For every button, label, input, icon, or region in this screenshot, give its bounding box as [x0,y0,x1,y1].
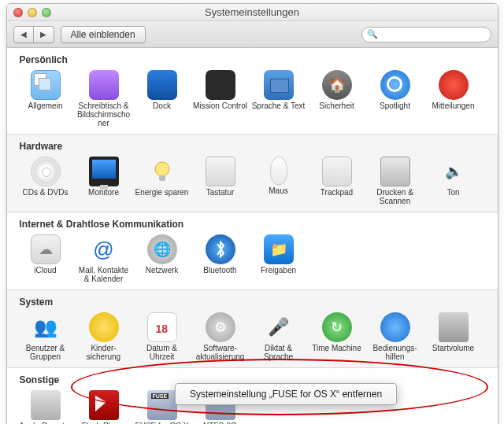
nav-buttons: ◀ ▶ [13,26,54,43]
parental-icon [89,312,119,342]
speaker-icon: 🔈 [439,157,469,186]
pref-mouse[interactable]: Maus [250,155,308,207]
lightbulb-icon [147,157,177,186]
preferences-window: Systemeinstellungen ◀ ▶ Alle einblenden … [6,3,498,424]
pref-sharing[interactable]: 📁Freigaben [250,233,308,285]
pref-notifications[interactable]: Mitteilungen [424,68,483,129]
display-icon [89,157,119,186]
mission-control-icon [206,70,235,100]
pref-trackpad[interactable]: Trackpad [308,155,366,207]
gear-icon: ⚙ [206,312,235,342]
pref-mail-contacts[interactable]: @Mail, Kontakte & Kalender [75,233,133,285]
cloud-icon [31,234,61,264]
svg-rect-1 [159,175,165,181]
general-icon [31,70,61,100]
context-menu: Systemeinstellung „FUSE for OS X“ entfer… [175,383,397,405]
keyboard-icon [206,157,235,186]
pref-general[interactable]: Allgemein [17,68,75,129]
pref-energy[interactable]: Energie sparen [133,155,191,207]
spotlight-icon [380,70,410,100]
pref-flash-player[interactable]: Flash Player [75,389,133,424]
pref-accessibility[interactable]: Bedienungs-hilfen [366,311,424,363]
show-all-button[interactable]: Alle einblenden [61,26,146,43]
pref-date-time[interactable]: Datum & Uhrzeit [133,311,191,363]
pref-security[interactable]: 🏠Sicherheit [308,68,366,129]
at-icon: @ [89,234,119,264]
pref-keyboard[interactable]: Tastatur [191,155,250,207]
menu-item-remove-pref[interactable]: Systemeinstellung „FUSE for OS X“ entfer… [176,386,396,402]
pref-software-update[interactable]: ⚙Software-aktualisierung [191,311,250,363]
section-system: System 👥Benutzer & Gruppen Kinder-sicher… [7,290,498,368]
search-input[interactable] [381,30,490,39]
pref-mission-control[interactable]: Mission Control [191,68,250,129]
window-title: Systemeinstellungen [7,6,498,18]
svg-point-0 [155,162,169,176]
pref-dictation[interactable]: 🎤Diktat & Sprache [250,311,308,363]
toolbar: ◀ ▶ Alle einblenden 🔍 [7,21,498,48]
section-personal: Persönlich Allgemein Schreibtisch & Bild… [7,48,498,135]
disk-icon [439,312,469,342]
pref-print-scan[interactable]: Drucken & Scannen [366,155,424,207]
pref-startup-disk[interactable]: Startvolume [424,311,483,363]
pref-bluetooth[interactable]: Bluetooth [191,233,250,285]
section-hardware: Hardware CDs & DVDs Monitore Energie spa… [7,135,498,212]
qmaster-icon [31,390,61,420]
pref-displays[interactable]: Monitore [75,155,133,207]
pref-sound[interactable]: 🔈Ton [424,155,483,207]
pref-parental[interactable]: Kinder-sicherung [75,311,133,363]
back-button[interactable]: ◀ [13,26,34,43]
pref-users-groups[interactable]: 👥Benutzer & Gruppen [17,311,75,363]
folder-icon: 📁 [264,234,294,264]
zoom-button[interactable] [42,8,51,17]
section-internet: Internet & Drahtlose Kommunikation iClou… [7,212,498,290]
microphone-icon: 🎤 [264,312,294,342]
printer-icon [380,157,410,186]
pref-network[interactable]: 🌐Netzwerk [133,233,191,285]
section-title: System [20,297,488,308]
flash-icon [89,390,119,420]
chevron-left-icon: ◀ [20,30,27,39]
pref-language[interactable]: Sprache & Text [250,68,308,129]
fuse-icon [147,390,177,420]
desktop-icon [89,70,119,100]
section-title: Internet & Drahtlose Kommunikation [20,219,488,230]
language-icon [264,70,294,100]
bluetooth-icon [206,234,235,264]
globe-icon: 🌐 [147,234,177,264]
section-title: Hardware [20,141,488,152]
section-title: Persönlich [20,54,488,65]
forward-button[interactable]: ▶ [34,26,54,43]
pref-desktop[interactable]: Schreibtisch & Bildschirmschoner [75,68,133,129]
pref-apple-qmaster[interactable]: Apple Qmaster [17,389,75,424]
accessibility-icon [380,312,410,342]
titlebar: Systemeinstellungen [7,4,498,21]
minimize-button[interactable] [28,8,37,17]
time-machine-icon: ↻ [322,312,352,342]
pref-spotlight[interactable]: Spotlight [366,68,424,129]
window-controls [13,8,51,17]
close-button[interactable] [13,8,23,17]
pref-time-machine[interactable]: ↻Time Machine [308,311,366,363]
dock-icon [147,70,177,100]
pref-icloud[interactable]: iCloud [17,233,75,285]
search-icon: 🔍 [367,29,378,39]
trackpad-icon [322,157,352,186]
pref-dock[interactable]: Dock [133,68,191,129]
chevron-right-icon: ▶ [40,30,46,39]
users-icon: 👥 [31,312,61,342]
disc-icon [31,157,61,186]
calendar-icon [147,312,177,342]
pref-cds-dvds[interactable]: CDs & DVDs [17,155,75,207]
security-icon: 🏠 [322,70,352,100]
mouse-icon [270,157,287,185]
notifications-icon [439,70,469,100]
search-field[interactable]: 🔍 [361,27,491,42]
